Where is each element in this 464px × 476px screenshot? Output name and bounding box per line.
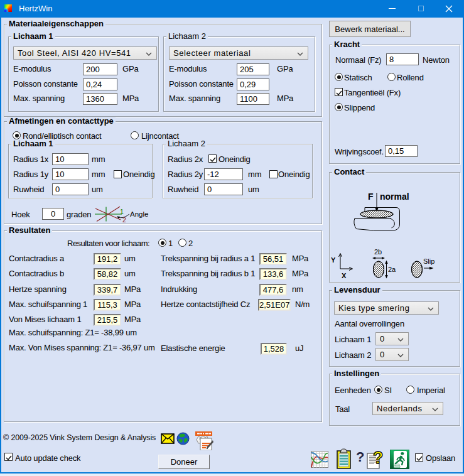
- svg-text:Angle: Angle: [130, 210, 148, 218]
- svg-text:Y: Y: [331, 256, 336, 264]
- svg-text:F: F: [368, 192, 374, 202]
- svg-text:X: X: [342, 272, 347, 279]
- svg-text:2: 2: [122, 216, 126, 224]
- svg-text:normal: normal: [380, 192, 409, 202]
- svg-text:1: 1: [120, 208, 124, 215]
- svg-text:?: ?: [373, 448, 384, 467]
- svg-text:2a: 2a: [388, 266, 396, 273]
- svg-text:2b: 2b: [374, 248, 382, 256]
- svg-text:Slip: Slip: [423, 257, 434, 265]
